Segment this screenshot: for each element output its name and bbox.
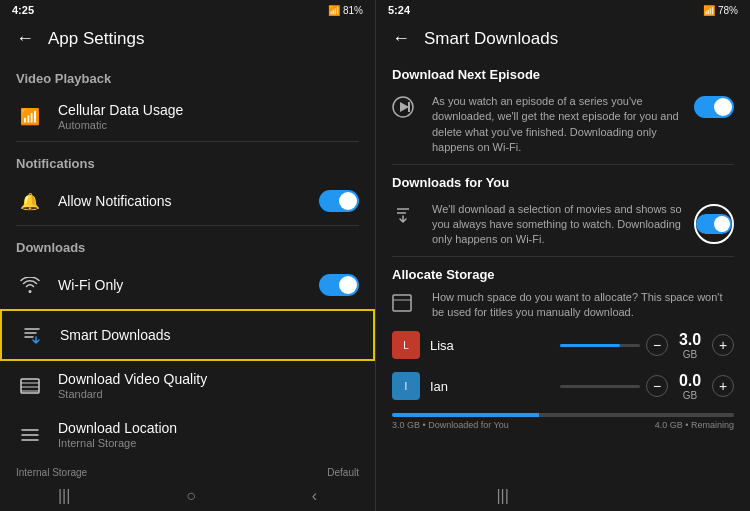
battery-right: 78% xyxy=(718,5,738,16)
menu-item-wifi[interactable]: Wi-Fi Only xyxy=(0,261,375,309)
svg-rect-12 xyxy=(393,295,411,311)
storage-label-left: Internal Storage xyxy=(16,467,87,478)
ian-value: 0.0 xyxy=(674,372,706,390)
back-button-left[interactable]: ← xyxy=(16,28,34,49)
avatar-lisa: L xyxy=(392,331,420,359)
header-left: ← App Settings xyxy=(0,20,375,57)
user-allocation-lisa: L Lisa − 3.0 GB + xyxy=(376,325,750,366)
smart-item-next-episode: As you watch an episode of a series you'… xyxy=(376,86,750,164)
status-bar-right: 5:24 📶 78% xyxy=(376,0,750,20)
bell-icon: 🔔 xyxy=(16,187,44,215)
smart-downloads-title: Smart Downloads xyxy=(60,327,357,343)
cellular-title: Cellular Data Usage xyxy=(58,102,359,118)
section-video-playback: Video Playback xyxy=(0,57,375,92)
nav-back-icon[interactable]: ‹ xyxy=(312,487,317,505)
download-location-subtitle: Internal Storage xyxy=(58,437,359,449)
allocate-row: How much space do you want to allocate? … xyxy=(376,286,750,325)
bottom-storage-labels: 3.0 GB • Downloaded for You 4.0 GB • Rem… xyxy=(392,420,734,430)
alloc-bar-fill-lisa xyxy=(560,344,620,347)
allocate-storage-title: Allocate Storage xyxy=(376,257,750,286)
bottom-bar-used xyxy=(392,413,539,417)
menu-item-cellular[interactable]: 📶 Cellular Data Usage Automatic xyxy=(0,92,375,141)
user-name-lisa: Lisa xyxy=(430,338,560,353)
nav-menu-icon-right[interactable]: ||| xyxy=(496,487,508,505)
svg-marker-8 xyxy=(400,102,409,112)
download-location-icon xyxy=(16,421,44,449)
bottom-bar xyxy=(392,413,734,417)
back-button-right[interactable]: ← xyxy=(392,28,410,49)
time-left: 4:25 xyxy=(12,4,34,16)
menu-item-smart-downloads[interactable]: Smart Downloads xyxy=(0,309,375,361)
page-title-right: Smart Downloads xyxy=(424,29,558,49)
wifi-icon xyxy=(16,271,44,299)
bottom-label-left: 3.0 GB • Downloaded for You xyxy=(392,420,509,430)
bottom-bar-remain xyxy=(539,413,734,417)
downloads-for-you-toggle-wrap[interactable] xyxy=(694,204,734,244)
menu-item-download-location[interactable]: Download Location Internal Storage xyxy=(0,410,375,459)
video-quality-subtitle: Standard xyxy=(58,388,359,400)
video-quality-icon xyxy=(16,372,44,400)
download-next-title: Download Next Episode xyxy=(376,57,750,86)
header-right: ← Smart Downloads xyxy=(376,20,750,57)
video-quality-title: Download Video Quality xyxy=(58,371,359,387)
nav-menu-icon[interactable]: ||| xyxy=(58,487,70,505)
menu-item-video-quality[interactable]: Download Video Quality Standard xyxy=(0,361,375,410)
user-name-ian: Ian xyxy=(430,379,560,394)
nav-bar-right: ||| ○ ‹ xyxy=(376,481,750,511)
toggle-ring-highlight xyxy=(694,204,734,244)
cellular-icon: 📶 xyxy=(16,103,44,131)
decrease-ian-button[interactable]: − xyxy=(646,375,668,397)
bottom-storage-section: 3.0 GB • Downloaded for You 4.0 GB • Rem… xyxy=(376,407,750,432)
increase-ian-button[interactable]: + xyxy=(712,375,734,397)
left-screen: 4:25 📶 81% ← App Settings Video Playback… xyxy=(0,0,375,511)
lisa-unit: GB xyxy=(683,349,697,360)
menu-item-notifications[interactable]: 🔔 Allow Notifications xyxy=(0,177,375,225)
downloads-for-you-icon xyxy=(392,204,422,231)
next-episode-desc: As you watch an episode of a series you'… xyxy=(432,94,694,156)
smart-item-downloads-for-you: We'll download a selection of movies and… xyxy=(376,194,750,256)
lisa-value: 3.0 xyxy=(674,331,706,349)
allocation-controls-ian: − 0.0 GB + xyxy=(560,372,734,401)
downloads-for-you-toggle[interactable] xyxy=(696,214,732,234)
wifi-title: Wi-Fi Only xyxy=(58,277,319,293)
right-screen: 5:24 📶 78% ← Smart Downloads Download Ne… xyxy=(375,0,750,511)
nav-bar-left: ||| ○ ‹ xyxy=(0,481,375,511)
cellular-subtitle: Automatic xyxy=(58,119,359,131)
downloads-for-you-title: Downloads for You xyxy=(376,165,750,194)
next-episode-toggle-wrap xyxy=(694,96,734,118)
notifications-title: Allow Notifications xyxy=(58,193,319,209)
allocate-description: How much space do you want to allocate? … xyxy=(432,290,734,321)
battery-left: 81% xyxy=(343,5,363,16)
wifi-toggle[interactable] xyxy=(319,274,359,296)
increase-lisa-button[interactable]: + xyxy=(712,334,734,356)
nav-home-icon[interactable]: ○ xyxy=(186,487,196,505)
download-location-title: Download Location xyxy=(58,420,359,436)
alloc-bar-ian xyxy=(560,385,640,388)
notifications-toggle[interactable] xyxy=(319,190,359,212)
section-downloads: Downloads xyxy=(0,226,375,261)
section-notifications: Notifications xyxy=(0,142,375,177)
alloc-bar-lisa xyxy=(560,344,640,347)
time-right: 5:24 xyxy=(388,4,410,16)
allocation-controls-lisa: − 3.0 GB + xyxy=(560,331,734,360)
signal-icon-right: 📶 xyxy=(703,5,715,16)
downloads-for-you-desc: We'll download a selection of movies and… xyxy=(432,202,694,248)
next-episode-icon xyxy=(392,96,422,123)
status-bar-left: 4:25 📶 81% xyxy=(0,0,375,20)
bottom-label-right: 4.0 GB • Remaining xyxy=(655,420,734,430)
decrease-lisa-button[interactable]: − xyxy=(646,334,668,356)
avatar-ian: I xyxy=(392,372,420,400)
user-allocation-ian: I Ian − 0.0 GB + xyxy=(376,366,750,407)
ian-unit: GB xyxy=(683,390,697,401)
signal-icon: 📶 xyxy=(328,5,340,16)
storage-label-right: Default xyxy=(327,467,359,478)
smart-downloads-icon xyxy=(18,321,46,349)
next-episode-toggle[interactable] xyxy=(694,96,734,118)
page-title-left: App Settings xyxy=(48,29,144,49)
allocate-icon xyxy=(392,294,422,316)
